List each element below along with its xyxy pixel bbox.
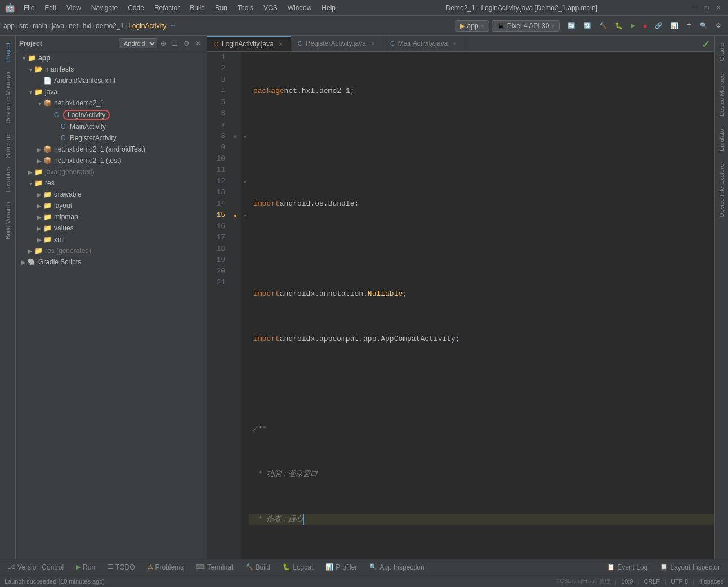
settings-button[interactable]: ⚙ [712, 20, 725, 31]
menu-refactor[interactable]: Refactor [150, 3, 184, 13]
tree-item-res-generated[interactable]: ▶ 📁 res (generated) [16, 245, 207, 256]
panel-config-button[interactable]: ⚙ [181, 38, 192, 48]
breadcrumb-demo2_1[interactable]: demo2_1 [96, 22, 124, 30]
tab-main-activity[interactable]: C MainActivity.java ✕ [383, 36, 465, 51]
stop-button[interactable]: ■ [640, 21, 650, 31]
line-ending[interactable]: CRLF [644, 578, 660, 585]
tree-item-app[interactable]: ▾ 📁 app [16, 52, 207, 64]
encoding[interactable]: UTF-8 [671, 578, 688, 585]
tree-item-login-activity[interactable]: C LoginActivity [16, 109, 207, 121]
breadcrumb-java[interactable]: java [52, 22, 64, 30]
search-button[interactable]: 🔍 [696, 20, 711, 31]
tree-item-register-activity[interactable]: C RegisterActivity [16, 132, 207, 144]
tree-item-values[interactable]: ▶ 📁 values [16, 223, 207, 234]
app-selector[interactable]: ▶ app ▾ [455, 20, 489, 32]
android-view-dropdown[interactable]: Android Project [119, 38, 157, 48]
right-tab-emulator[interactable]: Emulator [716, 122, 727, 156]
tab-register-activity[interactable]: C RegisterActivity.java ✕ [291, 36, 383, 51]
tab-login-activity[interactable]: C LoginActivity.java ✕ [207, 36, 291, 51]
tab-main-close[interactable]: ✕ [451, 41, 458, 47]
breadcrumb-nav-icon[interactable]: ⤳ [170, 22, 176, 30]
run-button[interactable]: ▶ [627, 20, 638, 31]
bottom-tab-version-control[interactable]: ⎇ Version Control [2, 562, 69, 572]
tree-item-android-test[interactable]: ▶ 📦 net.hxl.demo2_1 (androidTest) [16, 144, 207, 155]
sidebar-structure-tab[interactable]: Structure [2, 128, 14, 163]
device-selector[interactable]: 📱 Pixel 4 API 30 ▾ [492, 20, 560, 32]
refresh-button[interactable]: 🔃 [580, 20, 595, 31]
tree-item-drawable[interactable]: ▶ 📁 drawable [16, 189, 207, 200]
tree-item-xml[interactable]: ▶ 📁 xml [16, 234, 207, 245]
tree-item-package[interactable]: ▾ 📦 net.hxl.demo2_1 [16, 97, 207, 109]
menu-vcs[interactable]: VCS [259, 3, 282, 13]
menu-run[interactable]: Run [211, 3, 232, 13]
tree-item-mipmap[interactable]: ▶ 📁 mipmap [16, 211, 207, 223]
bottom-tab-app-inspection[interactable]: 🔍 App Inspection [364, 562, 430, 572]
bottom-tab-profiler[interactable]: 📊 Profiler [320, 562, 363, 572]
build-hammer-button[interactable]: 🔨 [596, 20, 610, 31]
right-tab-device-manager[interactable]: Device Manager [716, 67, 727, 121]
project-panel: Project Android Project ⊕ ☰ ⚙ ✕ ▾ 📁 app [16, 36, 207, 559]
tree-item-gradle-scripts[interactable]: ▶ 🐘 Gradle Scripts [16, 256, 207, 268]
bottom-tab-todo[interactable]: ☰ TODO [102, 562, 140, 572]
menu-file[interactable]: File [19, 3, 39, 13]
run-debug-button[interactable]: 🐛 [611, 20, 626, 31]
tree-label-package: net.hxl.demo2_1 [54, 99, 104, 107]
indentation[interactable]: 4 spaces [699, 578, 723, 585]
project-panel-title: Project [19, 39, 42, 47]
profiler-button[interactable]: 📊 [667, 20, 682, 31]
bottom-tab-logcat[interactable]: 🐛 Logcat [277, 562, 319, 572]
right-tab-gradle[interactable]: Gradle [716, 38, 727, 66]
tree-item-main-activity[interactable]: C MainActivity [16, 121, 207, 132]
tree-item-test[interactable]: ▶ 📦 net.hxl.demo2_1 (test) [16, 155, 207, 166]
breadcrumb-src[interactable]: src [19, 22, 28, 30]
menu-view[interactable]: View [62, 3, 86, 13]
code-editor[interactable]: 1 2 3 4 5 6 7 8 9 10 11 12 13 14 15 16 1… [207, 52, 714, 559]
tree-item-res[interactable]: ▾ 📁 res [16, 177, 207, 189]
bottom-tab-layout-inspector[interactable]: 🔲 Layout Inspector [654, 562, 726, 572]
tree-item-androidmanifest[interactable]: 📄 AndroidManifest.xml [16, 75, 207, 86]
tree-label-android-test: net.hxl.demo2_1 (androidTest) [54, 145, 145, 153]
sidebar-project-tab[interactable]: Project [2, 38, 14, 66]
breadcrumb-main[interactable]: main [33, 22, 47, 30]
menu-help[interactable]: Help [317, 3, 340, 13]
bottom-tab-build[interactable]: 🔨 Build [240, 562, 276, 572]
panel-add-button[interactable]: ⊕ [158, 38, 168, 48]
panel-list-button[interactable]: ☰ [169, 38, 180, 48]
sync-button[interactable]: 🔄 [564, 20, 579, 31]
bottom-tab-run[interactable]: ▶ Run [70, 562, 101, 572]
minimize-button[interactable]: — [691, 4, 698, 12]
tab-register-icon: C [298, 40, 302, 47]
sidebar-resource-manager-tab[interactable]: Resource Manager [2, 66, 14, 128]
tab-register-close[interactable]: ✕ [369, 41, 376, 47]
menu-build[interactable]: Build [185, 3, 209, 13]
bottom-tab-problems[interactable]: ⚠ Problems [142, 562, 190, 572]
bottom-tab-terminal[interactable]: ⌨ Terminal [190, 562, 238, 572]
menu-edit[interactable]: Edit [40, 3, 61, 13]
code-content[interactable]: package net.hxl.demo2_1; import android.… [249, 52, 714, 559]
menu-code[interactable]: Code [123, 3, 149, 13]
maximize-button[interactable]: □ [705, 4, 709, 12]
app-inspection-icon: 🔍 [369, 563, 377, 571]
tree-item-manifests[interactable]: ▾ 📂 manifests [16, 64, 207, 75]
breadcrumb-hxl[interactable]: hxl [83, 22, 91, 30]
breadcrumb-net[interactable]: net [69, 22, 78, 30]
cursor-position[interactable]: 10:9 [621, 578, 633, 585]
terminal-label: Terminal [207, 563, 233, 571]
breadcrumb-login-activity[interactable]: LoginActivity [128, 22, 166, 30]
menu-navigate[interactable]: Navigate [87, 3, 122, 13]
right-tab-device-file-explorer[interactable]: Device File Explorer [716, 157, 727, 221]
tree-item-layout[interactable]: ▶ 📁 layout [16, 200, 207, 211]
attach-debugger-button[interactable]: 🔗 [651, 20, 666, 31]
panel-hide-button[interactable]: ✕ [193, 38, 203, 48]
menu-tools[interactable]: Tools [233, 3, 258, 13]
bottom-tab-event-log[interactable]: 📋 Event Log [601, 562, 653, 572]
tab-login-close[interactable]: ✕ [277, 41, 284, 47]
menu-window[interactable]: Window [283, 3, 316, 13]
coverage-button[interactable]: ☂ [683, 20, 695, 31]
breadcrumb-app[interactable]: app [3, 22, 15, 30]
close-button[interactable]: ✕ [716, 4, 721, 12]
sidebar-build-variants-tab[interactable]: Build Variants [2, 197, 14, 244]
sidebar-favorites-tab[interactable]: Favorites [2, 162, 14, 197]
tree-item-java[interactable]: ▾ 📁 java [16, 86, 207, 97]
tree-item-java-generated[interactable]: ▶ 📁 java (generated) [16, 166, 207, 177]
